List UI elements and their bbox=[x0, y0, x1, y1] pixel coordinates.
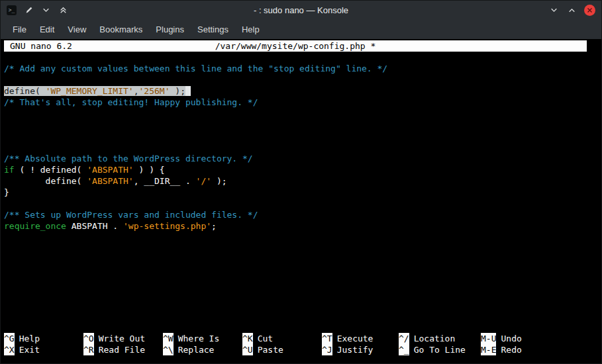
code-line[interactable]: define( 'WP_MEMORY_LIMIT','256M' ); bbox=[4, 85, 601, 97]
code-segment: ; bbox=[211, 221, 217, 231]
shortcut-where-is: ^WWhere Is bbox=[163, 333, 242, 344]
code-segment: ); bbox=[170, 86, 185, 96]
code-line[interactable] bbox=[4, 52, 601, 63]
code-line[interactable]: /** Sets up WordPress vars and included … bbox=[4, 209, 601, 220]
shortcut-key: ^J bbox=[322, 344, 332, 355]
menu-item-help[interactable]: Help bbox=[235, 21, 266, 38]
shortcut-key: ^\ bbox=[163, 344, 174, 355]
shortcut-key: M-E bbox=[481, 344, 496, 355]
code-line[interactable] bbox=[4, 130, 601, 142]
shortcut-label: Location bbox=[414, 333, 456, 344]
shortcut-key: ^U bbox=[242, 344, 253, 355]
shortcut-label: Exit bbox=[19, 344, 40, 355]
shortcut-location: ^/Location bbox=[399, 333, 481, 344]
shortcut-label: Cut bbox=[258, 333, 273, 344]
shortcut-go-to-line: ^_Go To Line bbox=[399, 344, 481, 355]
shortcut-label: Replace bbox=[178, 344, 215, 355]
keep-below-icon[interactable] bbox=[40, 5, 52, 16]
shortcut-label: Paste bbox=[258, 344, 283, 355]
code-segment: ); bbox=[211, 176, 226, 186]
code-segment: 'ABSPATH' bbox=[87, 165, 133, 175]
menu-item-bookmarks[interactable]: Bookmarks bbox=[93, 21, 149, 38]
shortcut-redo: M-ERedo bbox=[481, 344, 522, 355]
code-segment: , bbox=[134, 86, 139, 96]
konsole-window: >_ - : sudo nano — Konsole bbox=[0, 0, 602, 364]
titlebar-left-controls: >_ bbox=[1, 5, 69, 16]
shortcut-label: Go To Line bbox=[414, 344, 466, 355]
code-segment: require_once bbox=[4, 221, 66, 231]
shortcut-paste: ^UPaste bbox=[242, 344, 322, 355]
menubar: FileEditViewBookmarksPluginsSettingsHelp bbox=[1, 19, 601, 39]
code-segment: define( bbox=[4, 86, 46, 96]
code-segment: ) ) { bbox=[134, 165, 165, 175]
shortcut-label: Read File bbox=[99, 344, 145, 355]
close-icon[interactable] bbox=[584, 5, 595, 16]
code-segment: ABSPATH . bbox=[66, 221, 123, 231]
menu-item-plugins[interactable]: Plugins bbox=[149, 21, 191, 38]
code-line[interactable]: } bbox=[4, 187, 601, 198]
code-segment: '/' bbox=[196, 176, 211, 186]
code-line[interactable] bbox=[4, 198, 601, 209]
code-segment: /** Absolute path to the WordPress direc… bbox=[4, 154, 253, 163]
code-segment: '256M' bbox=[139, 86, 170, 96]
code-segment: , __DIR__ . bbox=[134, 176, 196, 186]
shortcut-key: ^_ bbox=[399, 344, 409, 355]
shortcut-key: ^R bbox=[83, 344, 94, 355]
code-segment: define( bbox=[4, 176, 87, 186]
shortcut-key: M-U bbox=[481, 333, 496, 344]
shortcut-label: Redo bbox=[501, 344, 521, 355]
minimize-icon[interactable] bbox=[548, 5, 560, 16]
shortcut-help: ^GHelp bbox=[4, 333, 83, 344]
konsole-icon[interactable]: >_ bbox=[6, 5, 17, 16]
shortcut-key: ^O bbox=[83, 333, 94, 344]
nano-shortcuts: ^GHelp^OWrite Out^WWhere Is^KCut^TExecut… bbox=[4, 333, 601, 363]
shortcut-key: ^G bbox=[4, 333, 15, 344]
shortcut-key: ^W bbox=[163, 333, 174, 344]
shortcut-write-out: ^OWrite Out bbox=[83, 333, 163, 344]
code-segment: /** Sets up WordPress vars and included … bbox=[4, 210, 258, 220]
code-segment: 'wp-settings.php' bbox=[123, 221, 211, 231]
code-line[interactable] bbox=[4, 142, 601, 153]
code-segment: /* That's all, stop editing! Happy publi… bbox=[4, 97, 258, 107]
menu-item-edit[interactable]: Edit bbox=[33, 21, 61, 38]
menu-item-view[interactable]: View bbox=[61, 21, 93, 38]
shortcut-cut: ^KCut bbox=[242, 333, 322, 344]
code-segment: 'ABSPATH' bbox=[87, 176, 133, 186]
shortcut-execute: ^TExecute bbox=[322, 333, 399, 344]
window-title: - : sudo nano — Konsole bbox=[1, 5, 601, 15]
code-line[interactable]: if ( ! defined( 'ABSPATH' ) ) { bbox=[4, 164, 601, 175]
code-line[interactable]: /* That's all, stop editing! Happy publi… bbox=[4, 97, 601, 108]
shortcut-label: Execute bbox=[337, 333, 374, 344]
shortcut-row: ^GHelp^OWrite Out^WWhere Is^KCut^TExecut… bbox=[4, 333, 601, 344]
code-line[interactable]: /* Add any custom values between this li… bbox=[4, 63, 601, 74]
shortcut-label: Undo bbox=[501, 333, 521, 344]
shortcut-key: ^K bbox=[242, 333, 253, 344]
shortcut-label: Justify bbox=[337, 344, 374, 355]
shortcut-label: Write Out bbox=[99, 333, 145, 344]
code-line[interactable]: require_once ABSPATH . 'wp-settings.php'… bbox=[4, 220, 601, 232]
konsole-icon-glyph: >_ bbox=[7, 5, 17, 15]
code-line[interactable]: /** Absolute path to the WordPress direc… bbox=[4, 153, 601, 164]
code-line[interactable] bbox=[4, 108, 601, 119]
menu-item-file[interactable]: File bbox=[6, 21, 33, 38]
shortcut-label: Where Is bbox=[178, 333, 220, 344]
nano-header-bar: GNU nano 6.2 /var/www/mysite/wp-config.p… bbox=[4, 40, 587, 52]
shortcut-label: Help bbox=[19, 333, 40, 344]
code-line[interactable]: define( 'ABSPATH', __DIR__ . '/' ); bbox=[4, 175, 601, 187]
code-line[interactable] bbox=[4, 119, 601, 130]
titlebar[interactable]: >_ - : sudo nano — Konsole bbox=[1, 1, 601, 19]
maximize-icon[interactable] bbox=[566, 5, 577, 16]
code-segment: 'WP_MEMORY_LIMIT' bbox=[46, 86, 134, 96]
keep-above-icon[interactable] bbox=[58, 5, 69, 16]
menu-item-settings[interactable]: Settings bbox=[191, 21, 235, 38]
terminal[interactable]: GNU nano 6.2 /var/www/mysite/wp-config.p… bbox=[1, 39, 601, 363]
code-line[interactable] bbox=[4, 74, 601, 85]
shortcut-key: ^T bbox=[322, 333, 332, 344]
shortcut-undo: M-UUndo bbox=[481, 333, 522, 344]
pen-icon[interactable] bbox=[23, 5, 34, 16]
text-cursor bbox=[185, 86, 191, 96]
code-segment: ( ! defined( bbox=[15, 165, 87, 175]
titlebar-right-controls bbox=[548, 5, 601, 16]
editor-lines[interactable]: /* Add any custom values between this li… bbox=[4, 52, 601, 333]
shortcut-row: ^XExit^RRead File^\Replace^UPaste^JJusti… bbox=[4, 344, 601, 355]
